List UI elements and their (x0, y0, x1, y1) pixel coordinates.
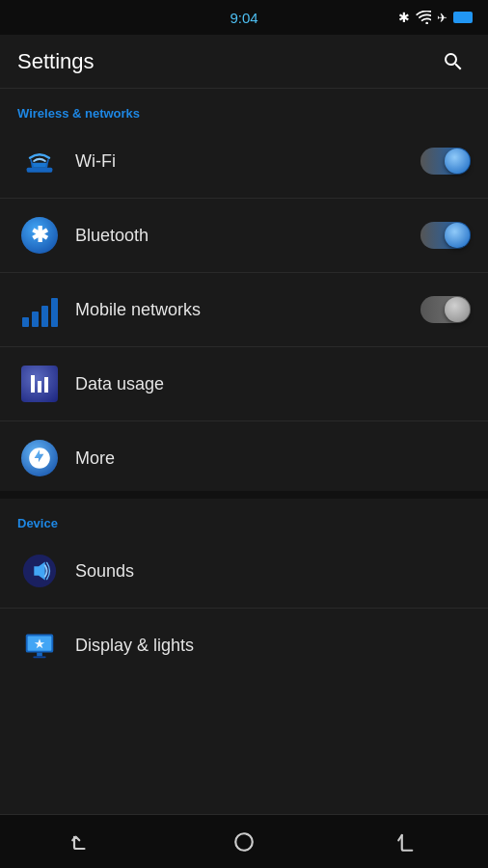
bar3 (41, 306, 48, 327)
bluetooth-status-icon: ✱ (398, 10, 410, 25)
wifi-label: Wi-Fi (75, 151, 420, 172)
status-bar: 9:04 ✱ ✈ (0, 0, 488, 35)
settings-content: Wireless & networks Wi-Fi (0, 89, 488, 814)
data-usage-icon (17, 362, 62, 406)
sidebar-item-bluetooth[interactable]: ✱ Bluetooth (0, 203, 488, 268)
svg-point-0 (425, 22, 428, 24)
bluetooth-label: Bluetooth (75, 226, 420, 246)
airplane-status-icon: ✈ (437, 11, 447, 25)
sidebar-item-data-usage[interactable]: Data usage (0, 351, 488, 417)
section-device-header: Device (0, 499, 488, 538)
home-icon (230, 828, 258, 855)
sidebar-item-mobile-networks[interactable]: Mobile networks (0, 277, 488, 342)
section-device: Device Sounds (0, 499, 488, 678)
divider-1 (0, 198, 488, 199)
divider-3 (0, 346, 488, 347)
back-icon (68, 828, 95, 855)
sidebar-item-sounds[interactable]: Sounds (0, 538, 488, 604)
section-separator (0, 491, 488, 499)
sidebar-item-more[interactable]: More (0, 425, 488, 491)
bluetooth-toggle-knob (445, 223, 470, 248)
sidebar-item-display-lights[interactable]: Display & lights (0, 612, 488, 678)
recents-icon (393, 828, 420, 855)
back-button[interactable] (52, 823, 110, 861)
wifi-status-icon (416, 11, 431, 24)
more-label: More (75, 448, 471, 469)
data-usage-label: Data usage (75, 374, 471, 394)
search-button[interactable] (436, 44, 471, 79)
page-title: Settings (17, 49, 95, 74)
recents-button[interactable] (378, 823, 436, 861)
wifi-icon (17, 139, 62, 183)
status-time: 9:04 (230, 10, 258, 26)
wifi-toggle-knob (445, 149, 470, 174)
wifi-toggle[interactable] (420, 148, 471, 175)
svg-rect-8 (37, 653, 42, 657)
more-icon (17, 436, 62, 480)
sidebar-item-wifi[interactable]: Wi-Fi (0, 128, 488, 194)
app-header: Settings (0, 35, 488, 89)
bar1 (22, 317, 29, 327)
mobile-networks-toggle[interactable] (420, 296, 471, 323)
svg-point-11 (235, 833, 253, 851)
home-button[interactable] (215, 823, 273, 861)
divider-2 (0, 272, 488, 273)
signal-icon (17, 287, 62, 332)
bar2 (32, 312, 39, 327)
section-wireless-header: Wireless & networks (0, 89, 488, 128)
svg-rect-2 (32, 163, 48, 168)
bluetooth-toggle[interactable] (420, 222, 471, 249)
sounds-label: Sounds (75, 561, 471, 582)
svg-rect-9 (33, 656, 45, 658)
divider-4 (0, 420, 488, 421)
sounds-icon (17, 549, 62, 593)
divider-5 (0, 608, 488, 609)
display-icon (17, 623, 62, 667)
bluetooth-icon: ✱ (17, 213, 62, 258)
status-icons: ✱ ✈ (398, 10, 473, 25)
section-wireless: Wireless & networks Wi-Fi (0, 89, 488, 491)
display-lights-label: Display & lights (75, 636, 471, 656)
bottom-nav (0, 814, 488, 868)
bar4 (51, 298, 58, 327)
battery-status-icon (453, 12, 473, 23)
mobile-toggle-knob (445, 297, 470, 322)
search-icon (442, 50, 465, 73)
svg-rect-1 (27, 168, 53, 173)
mobile-networks-label: Mobile networks (75, 300, 420, 320)
